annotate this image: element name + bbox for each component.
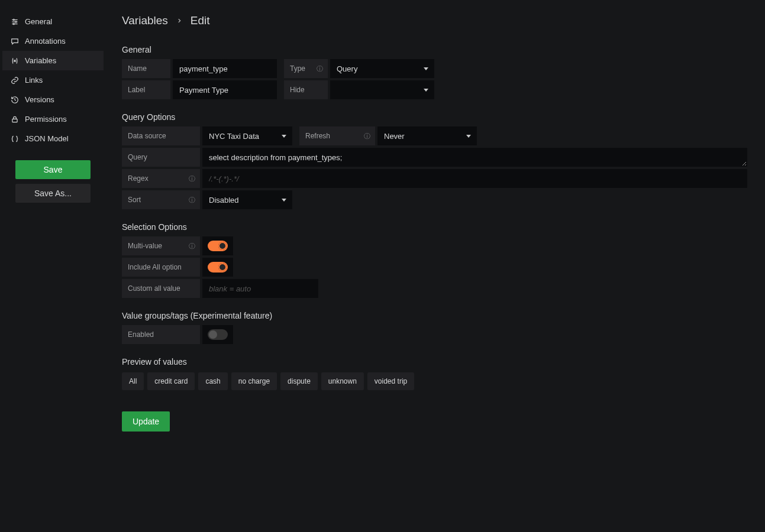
svg-rect-10 (12, 119, 17, 122)
breadcrumb-section[interactable]: Variables (122, 14, 168, 27)
section-title-query-options: Query Options (122, 112, 747, 122)
info-icon: ⓘ (364, 132, 370, 141)
section-title-general: General (122, 45, 747, 54)
comment-icon (11, 37, 19, 46)
regex-label: Regex ⓘ (122, 169, 200, 188)
sidebar-item-links[interactable]: Links (2, 70, 104, 90)
value-groups-enabled-label: Enabled (122, 325, 200, 344)
section-title-selection-options: Selection Options (122, 222, 747, 232)
chevron-right-icon (176, 17, 182, 25)
info-icon: ⓘ (189, 242, 195, 251)
sort-label: Sort ⓘ (122, 190, 200, 209)
sidebar-item-annotations[interactable]: Annotations (2, 31, 104, 51)
datasource-label: Data source (122, 126, 200, 145)
multi-value-toggle[interactable] (208, 241, 228, 251)
sidebar-item-label: Variables (25, 56, 56, 65)
label-label: Label (122, 80, 170, 99)
save-as-button[interactable]: Save As... (15, 184, 91, 203)
section-title-value-groups: Value groups/tags (Experimental feature) (122, 311, 747, 320)
value-groups-enabled-toggle[interactable] (208, 329, 228, 340)
type-select[interactable]: Query (330, 59, 434, 78)
refresh-label: Refresh ⓘ (299, 126, 375, 145)
sidebar: General Annotations Variables Links Vers… (2, 0, 104, 532)
sort-select[interactable]: Disabled (202, 190, 292, 209)
sidebar-item-versions[interactable]: Versions (2, 90, 104, 109)
breadcrumb: Variables Edit (122, 14, 747, 27)
svg-point-3 (13, 19, 14, 20)
info-icon: ⓘ (317, 64, 323, 73)
sidebar-item-label: JSON Model (25, 134, 69, 143)
breadcrumb-page: Edit (191, 14, 210, 27)
info-icon: ⓘ (189, 196, 195, 205)
preview-tag[interactable]: dispute (280, 372, 318, 390)
hide-select[interactable] (330, 80, 434, 99)
regex-input[interactable] (202, 169, 747, 188)
lock-icon (11, 115, 19, 124)
svg-point-5 (13, 23, 14, 24)
preview-tag[interactable]: cash (198, 372, 227, 390)
history-icon (11, 96, 19, 104)
info-icon: ⓘ (189, 174, 195, 183)
sidebar-item-general[interactable]: General (2, 12, 104, 31)
svg-point-4 (15, 21, 17, 22)
sidebar-item-variables[interactable]: Variables (2, 51, 104, 70)
name-label: Name (122, 59, 170, 78)
refresh-select[interactable]: Never (377, 126, 477, 145)
preview-tag[interactable]: voided trip (367, 372, 414, 390)
content: Variables Edit General Name Type ⓘ Query… (104, 0, 765, 532)
preview-tag[interactable]: unknown (321, 372, 364, 390)
sidebar-item-json-model[interactable]: JSON Model (2, 129, 104, 148)
include-all-label: Include All option (122, 258, 200, 277)
svg-line-9 (15, 100, 16, 100)
sidebar-item-label: Versions (25, 95, 54, 104)
preview-tag[interactable]: no charge (231, 372, 277, 390)
name-input[interactable] (173, 59, 277, 78)
datasource-select[interactable]: NYC Taxi Data (202, 126, 292, 145)
variables-icon (11, 57, 19, 65)
sidebar-item-label: Links (25, 76, 43, 85)
save-button[interactable]: Save (15, 160, 91, 179)
custom-all-label: Custom all value (122, 279, 200, 298)
link-icon (11, 76, 19, 85)
include-all-toggle[interactable] (208, 262, 228, 273)
section-title-preview: Preview of values (122, 357, 747, 366)
preview-values: Allcredit cardcashno chargedisputeunknow… (122, 372, 747, 390)
update-button[interactable]: Update (122, 411, 170, 432)
query-input[interactable] (202, 148, 747, 167)
json-icon (11, 135, 19, 143)
sliders-icon (11, 18, 19, 26)
query-label: Query (122, 148, 200, 167)
custom-all-input[interactable] (202, 279, 318, 298)
sidebar-item-label: Permissions (25, 115, 67, 124)
label-input[interactable] (173, 80, 277, 99)
hide-label: Hide (284, 80, 328, 99)
sidebar-item-label: General (25, 17, 52, 26)
sidebar-item-label: Annotations (25, 37, 66, 46)
type-label: Type ⓘ (284, 59, 328, 78)
sidebar-item-permissions[interactable]: Permissions (2, 109, 104, 129)
preview-tag[interactable]: credit card (147, 372, 195, 390)
preview-tag[interactable]: All (122, 372, 144, 390)
multi-value-label: Multi-value ⓘ (122, 236, 200, 255)
